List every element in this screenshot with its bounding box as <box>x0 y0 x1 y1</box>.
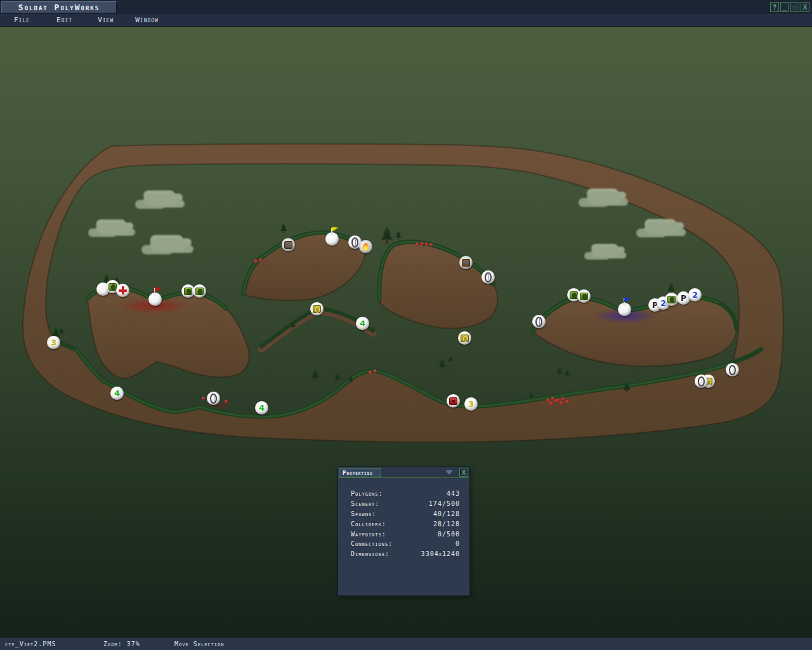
property-row: Dimensions:3304x1240 <box>338 549 469 559</box>
close-button[interactable]: X <box>801 2 809 12</box>
status-filename: ctf_Viet2.PMS <box>5 640 56 647</box>
property-value: 28/128 <box>433 521 460 527</box>
marker-team-4[interactable]: 4 <box>356 317 369 330</box>
marker-team-2[interactable]: 2 <box>688 288 702 302</box>
marker-team-3[interactable]: 3 <box>47 336 60 349</box>
property-row: Connections:0 <box>338 539 469 549</box>
marker-bow[interactable] <box>695 375 708 388</box>
property-label: Dimensions: <box>351 550 390 557</box>
menubar: FileEditViewWindow <box>0 14 812 27</box>
marker-statgun[interactable] <box>282 238 295 251</box>
terrain-ledge <box>261 311 373 349</box>
properties-panel: Properties X Polygons:443Scenery:174/500… <box>337 467 470 596</box>
minimize-button[interactable]: _ <box>780 2 789 12</box>
property-row: Spawns:40/128 <box>338 509 469 519</box>
menu-item-view[interactable]: View <box>95 15 116 25</box>
marker-team-4[interactable]: 4 <box>255 401 268 415</box>
panel-close-button[interactable]: X <box>459 468 468 477</box>
terrain-island-mid-left <box>244 232 365 300</box>
property-row: Colliders:28/128 <box>338 519 469 529</box>
property-label: Spawns: <box>351 510 376 517</box>
properties-panel-header[interactable]: Properties X <box>338 467 469 478</box>
property-label: Connections: <box>351 540 393 547</box>
marker-grenade[interactable] <box>193 284 206 298</box>
property-value: 3304x1240 <box>421 550 460 557</box>
map-canvas[interactable]: 4P2P23443 Properties X Polygons:443Scene… <box>0 27 812 637</box>
titlebar: Soldat PolyWorks ?_□X <box>0 0 812 14</box>
property-label: Waypoints: <box>351 531 386 538</box>
marker-statgun[interactable] <box>459 256 473 269</box>
marker-bow[interactable] <box>481 270 495 284</box>
property-label: Polygons: <box>351 490 383 497</box>
restore-button[interactable]: □ <box>790 2 799 12</box>
marker-bow[interactable] <box>207 392 220 405</box>
marker-team-4[interactable]: 4 <box>110 387 124 400</box>
window-title: Soldat PolyWorks <box>18 3 100 12</box>
marker-grenade[interactable] <box>577 289 591 303</box>
collapse-icon[interactable] <box>445 470 453 475</box>
statusbar: ctf_Viet2.PMS Zoom: 37% Move Selection <box>0 637 812 650</box>
properties-title: Properties <box>343 470 373 476</box>
menu-item-file[interactable]: File <box>11 15 32 25</box>
menu-item-edit[interactable]: Edit <box>54 15 75 25</box>
marker-cluster[interactable] <box>447 394 460 408</box>
property-label: Scenery: <box>351 500 379 507</box>
property-value: 174/500 <box>429 500 460 507</box>
marker-flag-red[interactable] <box>148 293 162 306</box>
property-row: Waypoints:0/500 <box>338 529 469 539</box>
menu-item-window[interactable]: Window <box>133 15 161 25</box>
property-value: 0 <box>455 540 460 547</box>
app-window: Soldat PolyWorks ?_□X FileEditViewWindow <box>0 0 812 650</box>
marker-flag-blue[interactable] <box>618 303 631 316</box>
marker-bow[interactable] <box>726 363 739 376</box>
property-row: Polygons:443 <box>338 489 469 499</box>
property-value: 40/128 <box>433 510 460 517</box>
properties-body: Polygons:443Scenery:174/500Spawns:40/128… <box>338 478 469 559</box>
property-label: Colliders: <box>351 521 386 527</box>
marker-vest[interactable] <box>310 302 324 315</box>
marker-medkit[interactable] <box>116 284 129 297</box>
status-tool: Move Selection <box>174 640 224 647</box>
marker-flame[interactable] <box>359 240 372 253</box>
marker-grenade[interactable] <box>665 293 678 306</box>
help-button[interactable]: ? <box>770 2 779 12</box>
marker-bow[interactable] <box>532 315 546 328</box>
marker-team-3[interactable]: 3 <box>464 397 478 411</box>
title-box: Soldat PolyWorks <box>1 1 117 13</box>
property-value: 0/500 <box>438 531 460 538</box>
property-value: 443 <box>447 490 460 497</box>
property-row: Scenery:174/500 <box>338 499 469 509</box>
terrain-island-mid-right <box>379 242 498 328</box>
properties-title-box: Properties <box>339 468 381 477</box>
marker-flag-yellow[interactable] <box>325 232 339 246</box>
window-buttons: ?_□X <box>770 2 809 12</box>
status-zoom: Zoom: 37% <box>103 640 140 647</box>
marker-vest[interactable] <box>458 331 471 345</box>
